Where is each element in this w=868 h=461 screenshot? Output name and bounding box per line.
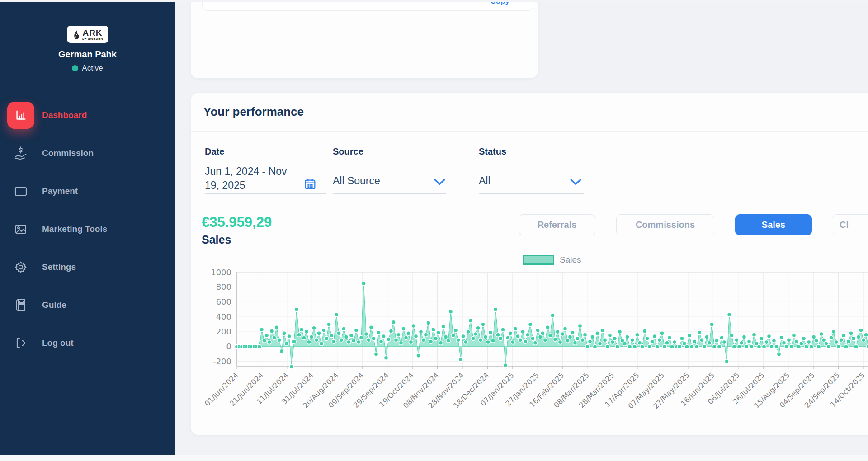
svg-text:400: 400 bbox=[216, 312, 231, 321]
sidebar-item-log-out[interactable]: Log out bbox=[0, 324, 175, 362]
sidebar-item-label: Dashboard bbox=[42, 110, 87, 120]
horizontal-scrollbar[interactable] bbox=[0, 455, 868, 461]
user-status: Active bbox=[0, 64, 175, 73]
status-text: Active bbox=[82, 64, 103, 73]
tab-referrals[interactable]: Referrals bbox=[519, 214, 595, 235]
referral-link-card: Copy bbox=[191, 0, 538, 78]
sidebar-item-label: Settings bbox=[42, 262, 76, 272]
legend-swatch bbox=[523, 255, 554, 265]
svg-text:200: 200 bbox=[216, 327, 231, 336]
bar-chart-icon bbox=[7, 102, 34, 129]
tab-cl[interactable]: Cl bbox=[833, 214, 868, 235]
chart-legend: Sales bbox=[523, 255, 581, 265]
credit-card-icon bbox=[7, 178, 34, 205]
calendar-icon[interactable] bbox=[303, 177, 317, 193]
svg-text:1000: 1000 bbox=[211, 268, 231, 277]
sidebar-item-label: Marketing Tools bbox=[42, 224, 107, 234]
performance-card: Your performance Date Jun 1, 2024 - Nov … bbox=[191, 93, 868, 435]
status-filter[interactable]: Status All bbox=[479, 146, 584, 194]
sales-chart: 10008006004002000-20001/Jun/202421/Jun/2… bbox=[199, 268, 868, 427]
chart-area: 10008006004002000-20001/Jun/202421/Jun/2… bbox=[199, 268, 868, 427]
sidebar-item-payment[interactable]: Payment bbox=[0, 172, 175, 210]
chart-tabs: ReferralsCommissionsSalesCl bbox=[191, 214, 868, 236]
image-icon bbox=[7, 216, 34, 243]
chevron-down-icon[interactable] bbox=[570, 178, 582, 188]
svg-text:800: 800 bbox=[216, 282, 231, 292]
status-filter-label: Status bbox=[479, 146, 584, 157]
sidebar-item-label: Guide bbox=[42, 300, 66, 310]
hand-dollar-icon bbox=[7, 140, 34, 167]
logout-icon bbox=[7, 329, 34, 357]
logo-line1: ARK bbox=[82, 28, 103, 37]
sidebar-item-label: Payment bbox=[42, 186, 78, 196]
book-icon bbox=[7, 292, 34, 319]
flame-logo-icon bbox=[72, 28, 81, 40]
sidebar-item-label: Log out bbox=[42, 338, 74, 348]
card-title: Your performance bbox=[203, 105, 304, 119]
sidebar-item-commission[interactable]: Commission bbox=[0, 134, 175, 172]
svg-text:600: 600 bbox=[216, 297, 231, 306]
svg-text:0: 0 bbox=[226, 342, 231, 351]
source-filter-value[interactable]: All Source bbox=[333, 174, 380, 188]
date-filter-label: Date bbox=[205, 146, 326, 157]
source-filter-label: Source bbox=[333, 146, 446, 157]
status-dot-icon bbox=[72, 65, 78, 71]
tab-sales[interactable]: Sales bbox=[735, 214, 812, 235]
source-filter[interactable]: Source All Source bbox=[333, 146, 446, 194]
sidebar-item-label: Commission bbox=[42, 148, 94, 158]
svg-text:-200: -200 bbox=[213, 357, 231, 366]
divider bbox=[191, 131, 868, 132]
sidebar-item-marketing-tools[interactable]: Marketing Tools bbox=[0, 210, 175, 248]
logo-line2: OF SWEDEN bbox=[82, 37, 103, 40]
legend-label: Sales bbox=[560, 255, 581, 265]
sidebar-item-guide[interactable]: Guide bbox=[0, 286, 175, 324]
chevron-down-icon[interactable] bbox=[434, 178, 446, 188]
sidebar-item-settings[interactable]: Settings bbox=[0, 248, 175, 286]
status-filter-value[interactable]: All bbox=[479, 174, 491, 188]
date-filter[interactable]: Date Jun 1, 2024 - Nov 19, 2025 bbox=[205, 146, 326, 194]
page-top-edge bbox=[0, 0, 868, 2]
tab-commissions[interactable]: Commissions bbox=[616, 214, 714, 235]
gear-icon bbox=[7, 254, 34, 281]
sidebar: ARK OF SWEDEN German Pahk Active Dashboa… bbox=[0, 2, 175, 455]
sidebar-item-dashboard[interactable]: Dashboard bbox=[0, 96, 175, 134]
date-range-value[interactable]: Jun 1, 2024 - Nov 19, 2025 bbox=[205, 165, 299, 193]
user-name: German Pahk bbox=[0, 49, 175, 60]
brand-logo: ARK OF SWEDEN bbox=[67, 26, 108, 43]
sidebar-nav: DashboardCommissionPaymentMarketing Tool… bbox=[0, 96, 175, 362]
